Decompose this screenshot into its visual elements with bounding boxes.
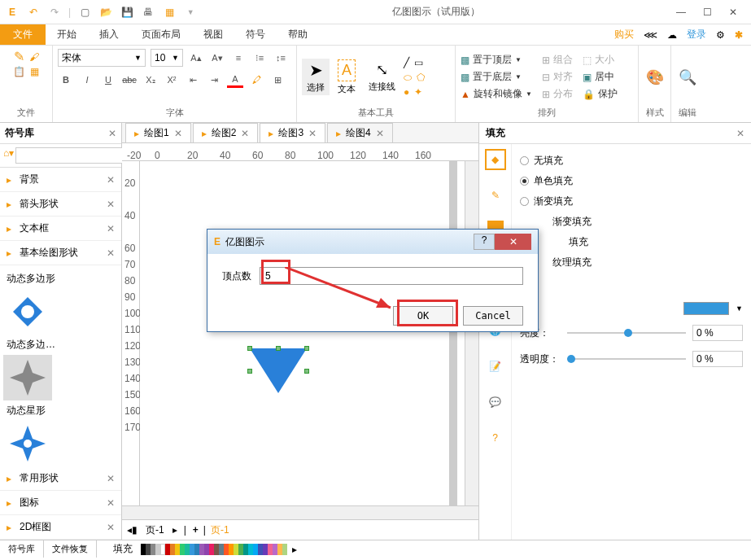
group-button[interactable]: ⊞组合 — [542, 53, 573, 67]
dialog-ok-button[interactable]: OK — [393, 306, 453, 326]
align-icon[interactable]: ≡ — [230, 50, 247, 66]
dialog-close-button[interactable]: ✕ — [495, 234, 531, 250]
cat-textbox[interactable]: ▸文本框✕ — [0, 217, 121, 241]
doc-tab-1[interactable]: ▸绘图1✕ — [125, 123, 191, 142]
open-file-icon[interactable]: 📂 — [98, 5, 113, 20]
add-page-button[interactable]: + — [193, 524, 199, 536]
shape-star-selected[interactable] — [3, 355, 52, 400]
strikethrough-button[interactable]: abc — [121, 72, 138, 88]
save-icon[interactable]: 💾 — [120, 5, 134, 20]
doc-tab-2[interactable]: ▸绘图2✕ — [193, 123, 259, 142]
superscript-button[interactable]: X² — [164, 72, 180, 88]
settings-icon[interactable]: ⚙ — [716, 29, 725, 41]
decrease-font-icon[interactable]: A▾ — [209, 50, 225, 66]
file-menu[interactable]: 文件 — [0, 24, 46, 45]
bottom-tab-library[interactable]: 符号库 — [0, 540, 44, 558]
cat-background[interactable]: ▸背景✕ — [0, 168, 121, 192]
circle-icon[interactable]: ● — [404, 86, 409, 98]
shape-polygon[interactable] — [3, 289, 52, 335]
palette-more-icon[interactable]: ▸ — [287, 544, 302, 555]
note-nav-icon[interactable]: 📝 — [485, 356, 506, 377]
fill-gradient-radio[interactable]: 渐变填充 — [520, 191, 743, 212]
bottom-tab-recovery[interactable]: 文件恢复 — [44, 540, 97, 558]
search-input[interactable] — [15, 147, 139, 164]
ellipse-icon[interactable]: ⬭ — [404, 72, 412, 83]
menu-view[interactable]: 视图 — [192, 28, 234, 42]
share-icon[interactable]: ⋘ — [644, 29, 657, 41]
sidebar-close-icon[interactable]: ✕ — [108, 128, 116, 139]
center-button[interactable]: ▣居中 — [583, 70, 618, 84]
doc-tab-3[interactable]: ▸绘图3✕ — [260, 123, 325, 142]
rotate-mirror[interactable]: ▲旋转和镜像▼ — [461, 87, 532, 101]
cat-common[interactable]: ▸常用形状✕ — [0, 466, 121, 491]
highlight-icon[interactable]: 🖍 — [248, 72, 264, 88]
cat-2d[interactable]: ▸2D框图✕ — [0, 515, 121, 540]
export-icon[interactable]: ▦ — [162, 5, 177, 20]
buy-link[interactable]: 购买 — [614, 28, 634, 42]
style-icon[interactable]: 🎨 — [646, 68, 664, 86]
page-nav-list[interactable]: ▮ — [132, 524, 138, 536]
new-file-icon[interactable]: ▢ — [77, 5, 92, 20]
menu-insert[interactable]: 插入 — [88, 28, 130, 42]
fill-none-radio[interactable]: 无填充 — [520, 151, 743, 171]
maximize-button[interactable]: ☐ — [701, 7, 714, 18]
brightness-spinner[interactable]: 0 % — [692, 325, 743, 341]
menu-start[interactable]: 开始 — [46, 28, 88, 42]
cat-icons[interactable]: ▸图标✕ — [0, 491, 121, 515]
pentagon-icon[interactable]: ⬠ — [417, 72, 425, 83]
menu-help[interactable]: 帮助 — [277, 28, 319, 42]
align-button[interactable]: ⊟对齐 — [542, 70, 573, 84]
page-tab-2[interactable]: 页-1 — [211, 523, 229, 537]
bullets-icon[interactable]: ⁝≡ — [251, 50, 268, 66]
vertex-count-input[interactable] — [260, 267, 523, 285]
cat-basic-shapes[interactable]: ▸基本绘图形状✕ — [0, 241, 121, 265]
dialog-cancel-button[interactable]: Cancel — [463, 306, 523, 326]
star-icon[interactable]: ✦ — [414, 86, 422, 98]
line-icon[interactable]: ╱ — [404, 57, 409, 68]
rect-icon[interactable]: ▭ — [414, 57, 423, 68]
help-nav-icon[interactable]: ? — [485, 427, 506, 448]
indent-right-icon[interactable]: ⇥ — [206, 72, 222, 88]
italic-button[interactable]: I — [79, 72, 95, 88]
home-icon[interactable]: ⌂▾ — [3, 147, 14, 164]
dialog-help-button[interactable]: ? — [474, 234, 495, 250]
opacity-spinner[interactable]: 0 % — [692, 351, 743, 367]
horizontal-scrollbar[interactable] — [122, 505, 478, 519]
fill-solid-radio[interactable]: 单色填充 — [520, 171, 743, 191]
connector-tool[interactable]: ⤡ 连接线 — [364, 59, 400, 94]
send-back[interactable]: ▩置于底层▼ — [461, 70, 532, 84]
subscript-button[interactable]: X₂ — [142, 72, 159, 88]
shape-star2[interactable] — [3, 421, 52, 466]
print-icon[interactable]: 🖶 — [141, 5, 155, 20]
qat-dropdown-icon[interactable]: ▼ — [183, 5, 198, 20]
bold-button[interactable]: B — [58, 72, 74, 88]
indent-left-icon[interactable]: ⇤ — [185, 72, 201, 88]
cloud-icon[interactable]: ☁ — [667, 29, 677, 41]
cat-arrows[interactable]: ▸箭头形状✕ — [0, 192, 121, 217]
size-button[interactable]: ⬚大小 — [583, 53, 618, 67]
font-color-icon[interactable]: A — [227, 72, 243, 88]
edit-icon[interactable]: 🔍 — [679, 68, 696, 86]
line-nav-icon[interactable]: ✎ — [485, 185, 506, 206]
direction-icon[interactable]: ⊞ — [269, 72, 286, 88]
brightness-slider[interactable] — [567, 332, 686, 334]
opacity-slider[interactable] — [567, 358, 686, 360]
comment-nav-icon[interactable]: 💬 — [485, 392, 506, 413]
bring-front[interactable]: ▩置于顶层▼ — [461, 53, 532, 67]
font-family-select[interactable]: 宋体▼ — [58, 49, 146, 67]
selected-shape[interactable] — [250, 348, 307, 400]
fill-texture-radio[interactable]: 纹理填充 — [520, 252, 743, 273]
underline-button[interactable]: U — [100, 72, 116, 88]
paste-icon[interactable]: ✎ — [14, 49, 24, 64]
text-tool[interactable]: A 文本 — [333, 58, 360, 97]
protect-button[interactable]: 🔒保护 — [583, 87, 618, 101]
color-palette[interactable] — [141, 544, 287, 555]
page-tab-1[interactable]: 页-1 — [138, 523, 172, 537]
line-spacing-icon[interactable]: ↕≡ — [273, 50, 289, 66]
format-painter-icon[interactable]: 🖌 — [29, 51, 39, 63]
fill-gradient2-radio[interactable]: 渐变填充 — [520, 212, 743, 232]
copy-icon[interactable]: 📋 — [13, 66, 25, 77]
increase-font-icon[interactable]: A▴ — [188, 50, 204, 66]
font-size-select[interactable]: 10▼ — [151, 49, 183, 67]
fill-color-swatch[interactable] — [683, 302, 729, 315]
